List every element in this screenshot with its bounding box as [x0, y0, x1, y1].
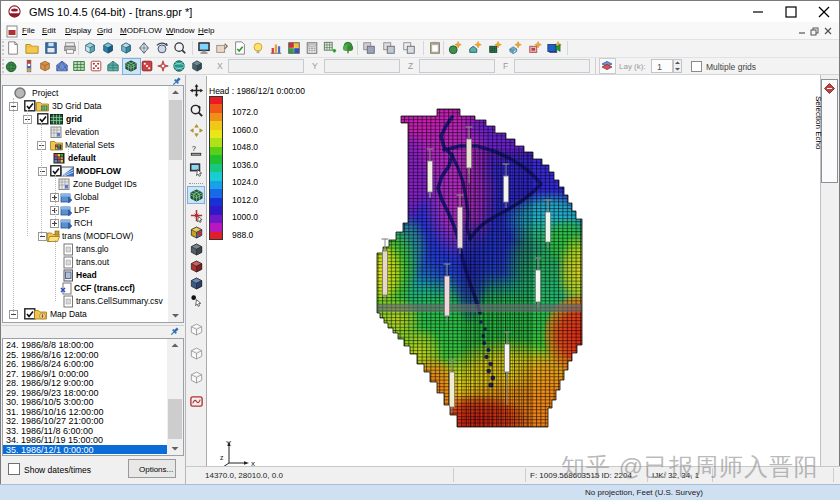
svg-text:z: z	[220, 454, 224, 461]
svg-text:?: ?	[192, 144, 196, 153]
svg-text:x: x	[251, 459, 255, 466]
svg-text:Y: Y	[226, 439, 232, 448]
